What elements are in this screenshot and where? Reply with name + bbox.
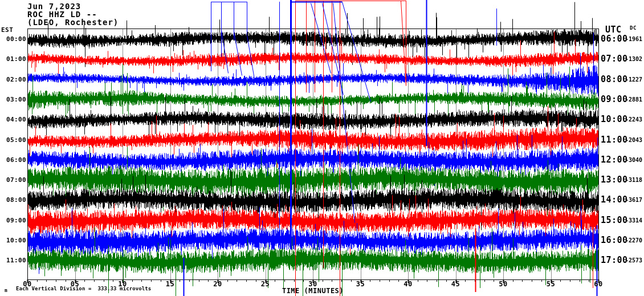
x-tick-label: 55 [547, 281, 555, 287]
x-tick-label: 40 [403, 281, 412, 287]
dc-offset-value: -2043 [625, 137, 642, 143]
dc-offset-value: -1961 [625, 37, 642, 42]
dc-offset-value: -2881 [625, 97, 642, 103]
x-tick-label: 45 [451, 281, 460, 287]
seismogram-canvas [0, 0, 644, 296]
est-time-label: 01:00 [0, 56, 26, 62]
dc-offset-value: -3617 [625, 197, 642, 203]
est-time-label: 10:00 [0, 237, 26, 244]
est-time-label: 04:00 [0, 116, 26, 123]
x-tick-label: 15 [166, 281, 174, 287]
station-name-label: (LDEO, Rochester) [27, 18, 119, 26]
dc-offset-value: -3040 [625, 157, 642, 163]
x-tick-label: 35 [356, 281, 365, 287]
utc-time-label: 16:00 [601, 236, 628, 245]
date-label: Jun 7,2023 [27, 2, 81, 10]
x-tick-label: 25 [261, 281, 270, 287]
est-time-label: 09:00 [0, 217, 26, 224]
utc-time-label: 11:00 [601, 136, 628, 144]
scale-footnote: Each Vertical Division = 333.33 microvol… [16, 286, 151, 291]
x-tick-label: 60 [594, 281, 602, 287]
dc-axis-label: DC [630, 26, 637, 31]
utc-time-label: 17:00 [601, 256, 628, 265]
helicorder-page: Jun 7,2023 ROC HHZ LD -- (LDEO, Rocheste… [0, 0, 644, 296]
est-time-label: 11:00 [0, 257, 26, 263]
utc-time-label: 15:00 [601, 216, 628, 225]
est-time-label: 08:00 [0, 197, 26, 203]
est-time-label: 05:00 [0, 137, 26, 143]
est-time-label: 07:00 [0, 177, 26, 183]
est-time-label: 06:00 [0, 157, 26, 163]
utc-time-label: 06:00 [601, 35, 628, 43]
x-axis-title: TIME (MINUTES) [282, 287, 344, 294]
station-code-label: ROC HHZ LD -- [27, 10, 97, 18]
utc-time-label: 14:00 [601, 196, 628, 204]
x-tick-label: 50 [499, 281, 507, 287]
utc-time-label: 09:00 [601, 95, 628, 104]
utc-time-label: 12:00 [601, 156, 628, 164]
utc-time-label: 13:00 [601, 176, 628, 184]
est-time-label: 02:00 [0, 76, 26, 83]
dc-offset-value: -2270 [625, 238, 642, 244]
utc-time-label: 10:00 [601, 115, 628, 124]
dc-offset-value: -3314 [625, 218, 642, 224]
utc-time-label: 08:00 [601, 75, 628, 84]
dc-offset-value: -1302 [625, 56, 642, 62]
dc-offset-value: -1227 [625, 77, 642, 83]
footnote-mark: m [5, 289, 7, 293]
est-axis-label: EST [1, 27, 13, 33]
dc-offset-value: -2573 [625, 258, 642, 263]
utc-time-label: 07:00 [601, 55, 628, 63]
dc-offset-value: -3118 [625, 177, 642, 183]
dc-offset-value: -2243 [625, 117, 642, 123]
est-time-label: 00:00 [0, 36, 26, 42]
utc-axis-label: UTC [605, 26, 622, 34]
x-tick-label: 20 [213, 281, 222, 287]
est-time-label: 03:00 [0, 96, 26, 103]
